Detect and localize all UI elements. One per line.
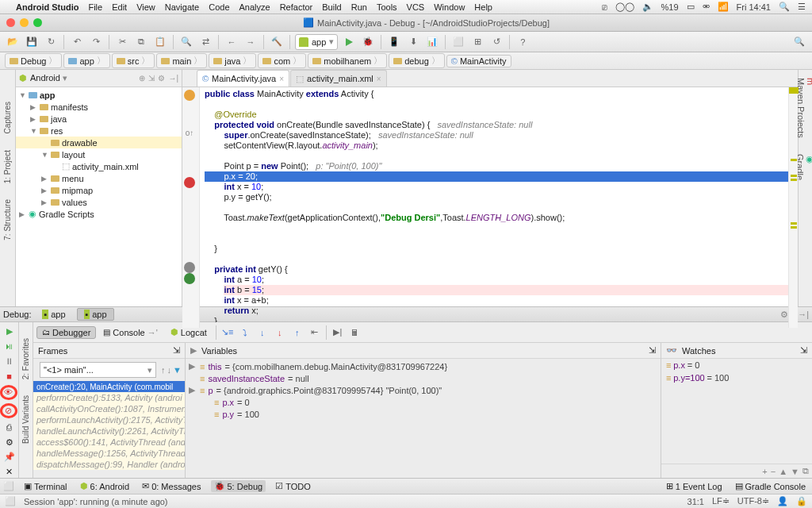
clock[interactable]: Fri 14:41 <box>737 2 771 12</box>
tool-captures[interactable]: Captures <box>3 102 12 134</box>
restore-icon[interactable]: ⇲ <box>800 345 807 356</box>
frame-row[interactable]: handleLaunchActivity():2261, ActivityTh <box>33 425 185 437</box>
tab-debugger[interactable]: 🗂 Debugger <box>36 326 96 339</box>
menu-view[interactable]: View <box>136 2 155 12</box>
tree-node[interactable]: ⬚activity_main.xml <box>16 160 182 172</box>
frame-row[interactable]: handleMessage():1256, ActivityThread <box>33 448 185 459</box>
btab-gradle-console[interactable]: ▤ Gradle Console <box>732 480 809 492</box>
tool-favorites[interactable]: 2: Favorites <box>21 338 30 379</box>
dump-icon[interactable]: ⎙ <box>2 421 17 433</box>
tool-structure[interactable]: 7: Structure <box>3 199 12 241</box>
save-icon[interactable]: 💾 <box>24 34 40 50</box>
restore-icon[interactable]: ⇲ <box>173 345 180 356</box>
editor-gutter[interactable]: o↑ <box>182 87 200 328</box>
view-breakpoints-button[interactable]: 👁 <box>0 385 17 400</box>
debug-session-tab-1[interactable]: ▪ app <box>77 308 114 321</box>
back-icon[interactable]: ← <box>224 34 239 50</box>
notification-icon[interactable]: ☰ <box>798 2 806 12</box>
copy-icon[interactable]: ⧉ <box>133 34 149 50</box>
menu-refactor[interactable]: Refactor <box>280 2 313 12</box>
pause-icon[interactable]: ⏸ <box>2 355 17 367</box>
tree-node[interactable]: ▶manifests <box>16 101 182 113</box>
debug-button[interactable]: 🐞 <box>360 34 376 50</box>
line-sep[interactable]: LF≑ <box>712 496 730 506</box>
force-step-icon[interactable]: ↓ <box>272 325 288 341</box>
tree-node[interactable]: ▼layout <box>16 148 182 160</box>
tool-gradle[interactable]: ◉Gradle <box>795 154 812 180</box>
prev-frame-icon[interactable]: ↑ <box>161 365 166 375</box>
close-window-icon[interactable] <box>6 18 15 27</box>
make-icon[interactable]: 🔨 <box>269 34 285 50</box>
zoom-window-icon[interactable] <box>33 18 42 27</box>
tree-node[interactable]: ▼app <box>16 89 182 101</box>
structure-icon[interactable]: ⊞ <box>469 34 485 50</box>
hide-debug-icon[interactable]: →| <box>798 310 809 319</box>
lock-icon[interactable]: 🔒 <box>796 496 807 506</box>
breakpoint-icon[interactable] <box>184 177 195 188</box>
project-tree[interactable]: ▼app▶manifests▶java▼resdrawable▼layout⬚a… <box>16 87 182 306</box>
tree-node[interactable]: drawable <box>16 137 182 148</box>
up-icon[interactable]: ▲ <box>779 467 787 476</box>
remove-watch-icon[interactable]: − <box>771 467 776 476</box>
tree-node[interactable]: ▶mipmap <box>16 184 182 196</box>
close-icon[interactable]: ✕ <box>2 466 17 478</box>
copy-watch-icon[interactable]: ⧉ <box>802 466 809 476</box>
variable-row[interactable]: ≡ savedInstanceState = null <box>189 372 657 384</box>
settings-icon[interactable]: ⚙ <box>2 437 17 448</box>
open-icon[interactable]: 📂 <box>5 34 21 50</box>
tree-node[interactable]: ▶java <box>16 113 182 125</box>
gear-icon[interactable]: ⚙ <box>158 74 165 83</box>
code-text[interactable]: public class MainActivity extends Activi… <box>200 87 788 328</box>
wifi2-icon[interactable]: 📶 <box>718 2 729 12</box>
frame-row[interactable]: onCreate():20, MainActivity (com.mobil <box>33 381 185 392</box>
menu-appname[interactable]: Android Studio <box>16 2 79 12</box>
find-icon[interactable]: 🔍 <box>178 34 194 50</box>
search-everywhere-icon[interactable]: 🔍 <box>791 34 807 50</box>
variable-row[interactable]: ≡ p.x = 0 <box>189 396 657 408</box>
menu-help[interactable]: Help <box>474 2 492 12</box>
hide-icon[interactable]: ⬜ <box>3 481 14 491</box>
menu-code[interactable]: Code <box>209 2 229 12</box>
crumb-8[interactable]: ©MainActivity <box>446 55 511 67</box>
run-config-dropdown[interactable]: app▾ <box>295 34 338 50</box>
run-to-cursor-icon[interactable]: ▶| <box>330 325 346 341</box>
sync-icon[interactable]: ◯◯ <box>615 2 634 12</box>
sdk-icon[interactable]: ⬇ <box>405 34 421 50</box>
menu-file[interactable]: File <box>88 2 102 12</box>
monitor-icon[interactable]: 📊 <box>424 34 440 50</box>
menu-edit[interactable]: Edit <box>112 2 127 12</box>
sync2-icon[interactable]: ↺ <box>488 34 504 50</box>
editor-tab-1[interactable]: ⬚activity_main.xml× <box>290 70 387 87</box>
redo-icon[interactable]: ↷ <box>88 34 104 50</box>
editor-tab-0[interactable]: ©MainActivity.java× <box>197 70 289 87</box>
run-button[interactable] <box>341 34 357 50</box>
btab-eventlog[interactable]: ⊞ 1 Event Log <box>663 480 726 492</box>
crumb-2[interactable]: src〉 <box>112 53 155 68</box>
frame-row[interactable]: performLaunchActivity():2175, ActivityT <box>33 414 185 425</box>
crumb-1[interactable]: app〉 <box>63 53 109 68</box>
code-editor[interactable]: o↑ public class MainActivity extends Act… <box>182 87 798 328</box>
drop-frame-icon[interactable]: ⇤ <box>307 325 323 341</box>
cut-icon[interactable]: ✂ <box>114 34 130 50</box>
collapse-icon[interactable]: ⇲ <box>148 74 155 83</box>
btab-terminal[interactable]: ▣ Terminal <box>21 480 71 492</box>
volume-icon[interactable]: 🔈 <box>642 2 653 12</box>
menu-run[interactable]: Run <box>351 2 367 12</box>
paste-icon[interactable]: 📋 <box>152 34 168 50</box>
close-tab-icon[interactable]: × <box>377 75 381 83</box>
variable-row[interactable]: ▶≡ this = {com.mobilhanem.debug.MainActi… <box>189 360 657 372</box>
menu-window[interactable]: Window <box>434 2 465 12</box>
avd-icon[interactable]: 📱 <box>386 34 402 50</box>
spotlight-icon[interactable]: 🔍 <box>779 2 790 12</box>
watch-row[interactable]: ≡ p.y=100 = 100 <box>661 371 812 384</box>
close-tab-icon[interactable]: × <box>279 75 284 83</box>
down-icon[interactable]: ▼ <box>791 467 799 476</box>
insp-icon[interactable]: 👤 <box>777 496 788 506</box>
crumb-6[interactable]: mobilhanem〉 <box>308 53 387 68</box>
frame-row[interactable]: dispatchMessage():99, Handler (androi <box>33 459 185 470</box>
filter-icon[interactable]: ▼ <box>173 365 182 375</box>
watch-row[interactable]: ≡ p.x = 0 <box>661 359 812 371</box>
add-watch-icon[interactable]: + <box>762 467 767 476</box>
menu-analyze[interactable]: Analyze <box>239 2 270 12</box>
forward-icon[interactable]: → <box>243 34 259 50</box>
